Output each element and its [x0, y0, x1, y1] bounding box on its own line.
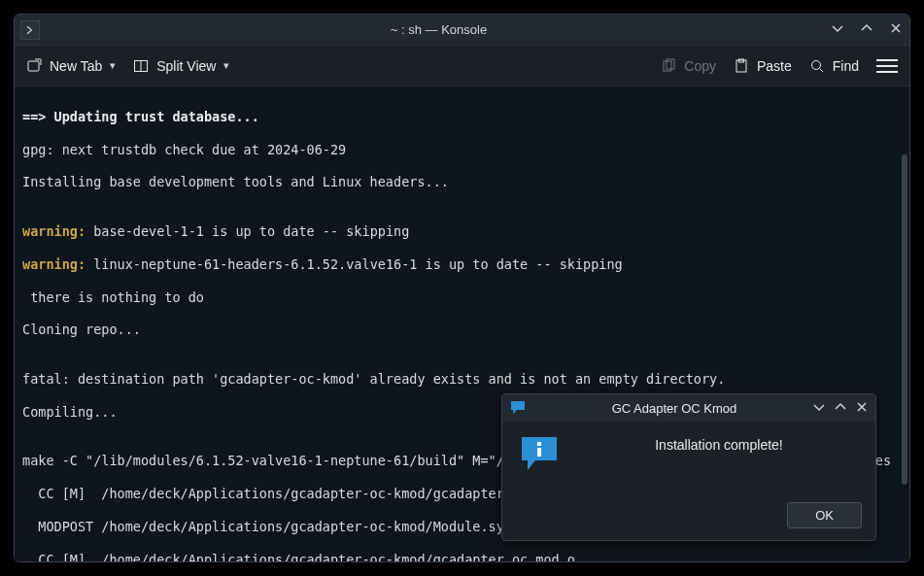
hamburger-menu-icon[interactable]: [876, 55, 898, 77]
svg-line-8: [819, 68, 823, 72]
toolbar: New Tab ▾ Split View ▾ Copy Paste Find: [15, 46, 909, 86]
titlebar[interactable]: ~ : sh — Konsole: [15, 15, 909, 46]
ok-button[interactable]: OK: [787, 502, 862, 528]
term-line: ==>: [22, 109, 54, 124]
term-warning: warning:: [22, 223, 86, 239]
find-button[interactable]: Find: [809, 58, 859, 74]
info-bubble-icon: [520, 435, 563, 474]
copy-button[interactable]: Copy: [661, 58, 716, 74]
dialog-close-icon[interactable]: [856, 401, 868, 416]
term-line: CC [M] /home/deck/Applications/gcadapter…: [22, 552, 902, 562]
term-warning: warning:: [22, 256, 86, 272]
dialog-message: Installation complete!: [580, 435, 858, 453]
install-complete-dialog: GC Adapter OC Kmod Installation complete…: [501, 393, 876, 541]
term-line: Cloning repo...: [22, 322, 902, 338]
term-line: Updating trust database...: [54, 109, 259, 124]
chevron-down-icon: ▾: [110, 59, 116, 72]
find-label: Find: [833, 58, 859, 74]
dialog-title: GC Adapter OC Kmod: [535, 401, 813, 416]
svg-rect-9: [537, 442, 541, 446]
paste-label: Paste: [757, 58, 792, 74]
copy-label: Copy: [684, 58, 716, 74]
svg-rect-0: [28, 61, 39, 71]
term-line: there is nothing to do: [22, 289, 902, 306]
app-menu-icon[interactable]: [20, 20, 40, 40]
split-view-button[interactable]: Split View ▾: [133, 58, 229, 74]
dialog-minimize-icon[interactable]: [813, 401, 825, 416]
term-line: linux-neptune-61-headers-6.1.52.valve16-…: [86, 256, 623, 272]
new-tab-label: New Tab: [50, 58, 102, 74]
window-title: ~ : sh — Konsole: [48, 22, 830, 37]
maximize-icon[interactable]: [859, 21, 874, 38]
split-view-label: Split View: [156, 58, 216, 74]
minimize-icon[interactable]: [830, 21, 845, 38]
term-line: fatal: destination path 'gcadapter-oc-km…: [22, 371, 902, 388]
dialog-titlebar[interactable]: GC Adapter OC Kmod: [502, 394, 875, 422]
new-tab-button[interactable]: New Tab ▾: [26, 58, 116, 74]
chevron-down-icon: ▾: [223, 59, 229, 72]
paste-button[interactable]: Paste: [734, 58, 792, 74]
term-line: Installing base development tools and Li…: [22, 174, 902, 190]
svg-point-7: [811, 60, 820, 69]
scrollbar-thumb[interactable]: [902, 154, 907, 485]
dialog-maximize-icon[interactable]: [835, 401, 846, 416]
close-icon[interactable]: [888, 21, 904, 38]
term-line: gpg: next trustdb check due at 2024-06-2…: [22, 142, 902, 158]
svg-rect-10: [537, 448, 541, 457]
term-line: base-devel-1-1 is up to date -- skipping: [86, 223, 409, 239]
speech-bubble-icon: [510, 400, 528, 416]
